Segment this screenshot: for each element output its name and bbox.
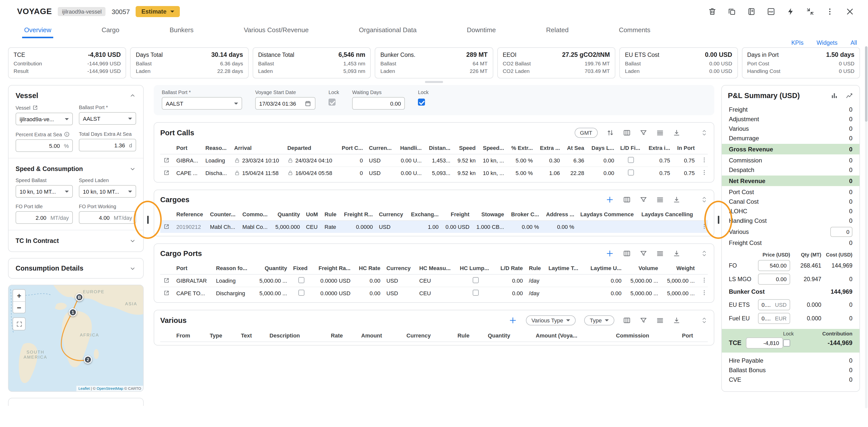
column-header[interactable]: Text xyxy=(238,330,267,342)
fuel-eu-price-input[interactable]: 0....EUR xyxy=(758,313,790,324)
filter-icon[interactable] xyxy=(640,129,648,137)
tce-input[interactable]: -4,810 xyxy=(746,338,783,348)
filter-icon[interactable] xyxy=(640,316,648,324)
column-header[interactable]: Rule xyxy=(321,208,340,221)
column-header[interactable]: Commission xyxy=(613,330,679,342)
column-header[interactable]: L/D Rate xyxy=(495,262,526,274)
filter-icon[interactable] xyxy=(640,250,648,257)
column-header[interactable]: Extra i... xyxy=(645,142,673,154)
tab-related[interactable]: Related xyxy=(544,23,570,38)
column-header[interactable]: Departed xyxy=(284,142,338,154)
percent-extra-input[interactable]: 5.00% xyxy=(16,139,73,152)
map-marker-ballast[interactable]: B xyxy=(75,293,83,301)
open-row-icon[interactable] xyxy=(163,223,170,230)
column-header[interactable]: Curren... xyxy=(366,142,396,154)
kpi-resize-handle[interactable] xyxy=(425,81,443,83)
column-header[interactable]: Amount (Voya... xyxy=(533,330,613,342)
download-icon[interactable] xyxy=(673,196,681,204)
total-days-extra-input[interactable]: 1.36d xyxy=(79,139,136,151)
tab-comments[interactable]: Comments xyxy=(617,23,652,38)
openstreetmap-link[interactable]: OpenStreetMap xyxy=(97,386,123,391)
copy-icon[interactable] xyxy=(727,7,736,16)
lsmgo-price-input[interactable]: 0.00 xyxy=(758,273,790,284)
column-header[interactable]: Weight xyxy=(661,262,698,274)
external-link-icon[interactable] xyxy=(32,105,38,111)
tce-lock-checkbox[interactable] xyxy=(783,340,790,346)
column-header[interactable]: UoM xyxy=(303,208,321,221)
column-header[interactable]: In Port xyxy=(673,142,698,154)
delete-icon[interactable] xyxy=(708,7,717,16)
map-marker-2[interactable]: 2 xyxy=(84,355,92,364)
cell-checkbox[interactable] xyxy=(628,157,634,163)
leaflet-link[interactable]: Leaflet xyxy=(79,386,90,391)
estimate-dropdown-button[interactable]: Estimate xyxy=(136,6,180,17)
column-header[interactable]: Stowage xyxy=(472,208,507,221)
column-header[interactable]: Laydays Commence xyxy=(577,208,638,221)
column-header[interactable]: Freight R... xyxy=(340,208,376,221)
zoom-in-button[interactable]: + xyxy=(13,290,25,301)
fo-port-working-input[interactable]: 4.00MT/day xyxy=(79,211,136,224)
zoom-out-button[interactable]: − xyxy=(13,301,25,313)
pnl-various-input[interactable]: 0 xyxy=(830,227,852,237)
column-header[interactable]: L/D Fi... xyxy=(617,142,645,154)
timezone-toggle[interactable]: GMT xyxy=(575,128,598,138)
tab-cargo[interactable]: Cargo xyxy=(99,23,121,38)
more-options-icon[interactable] xyxy=(825,7,834,16)
view-link-kpis[interactable]: KPIs xyxy=(792,40,804,46)
column-header[interactable]: Description xyxy=(267,330,328,342)
column-header[interactable]: Speed... xyxy=(479,142,507,154)
line-chart-icon[interactable] xyxy=(845,91,854,99)
start-date-lock-checkbox[interactable] xyxy=(329,98,336,106)
pdf-export-icon[interactable]: PDF xyxy=(767,7,776,16)
type-filter[interactable]: Type xyxy=(584,315,614,325)
fo-port-idle-input[interactable]: 2.00MT/day xyxy=(16,211,73,224)
journal-icon[interactable] xyxy=(747,7,756,16)
bar-chart-icon[interactable] xyxy=(830,91,838,99)
cell-checkbox[interactable] xyxy=(473,277,479,283)
info-icon[interactable] xyxy=(64,131,70,137)
column-header[interactable]: Days L... xyxy=(587,142,617,154)
column-header[interactable]: Port xyxy=(679,330,708,342)
row-menu-icon[interactable] xyxy=(701,289,708,296)
column-header[interactable]: Rate xyxy=(328,330,358,342)
column-header[interactable]: Currency xyxy=(403,330,454,342)
column-header[interactable]: Reaso... xyxy=(203,142,231,154)
columns-icon[interactable] xyxy=(623,129,631,137)
row-density-icon[interactable] xyxy=(656,316,664,324)
add-various-icon[interactable] xyxy=(508,316,517,325)
tab-organisational-data[interactable]: Organisational Data xyxy=(357,23,419,38)
section-resize-icon[interactable] xyxy=(701,317,708,324)
column-header[interactable]: Extra ... xyxy=(536,142,563,154)
open-row-icon[interactable] xyxy=(163,156,170,163)
column-header[interactable]: Commo... xyxy=(239,208,272,221)
column-header[interactable]: Handli... xyxy=(396,142,425,154)
column-header[interactable]: Fixed xyxy=(290,262,312,274)
column-header[interactable]: Broker C... xyxy=(507,208,542,221)
filter-icon[interactable] xyxy=(640,196,648,204)
various-type-filter[interactable]: Various Type xyxy=(526,315,576,325)
download-icon[interactable] xyxy=(673,250,681,257)
sort-icon[interactable] xyxy=(606,129,614,137)
form-ballast-port-select[interactable]: AALST xyxy=(162,97,242,110)
row-density-icon[interactable] xyxy=(656,129,664,137)
map-fullscreen-button[interactable] xyxy=(12,317,26,331)
column-header[interactable]: Laytime U... xyxy=(584,262,624,274)
cell-checkbox[interactable] xyxy=(473,290,479,296)
column-header[interactable]: Port C... xyxy=(338,142,366,154)
fo-price-input[interactable]: 540.00 xyxy=(758,260,790,271)
chevron-down-icon[interactable] xyxy=(129,166,136,172)
vessel-select[interactable]: ijilraod9a-ve... xyxy=(16,113,73,125)
open-row-icon[interactable] xyxy=(163,277,170,283)
column-header[interactable]: Currency xyxy=(376,208,407,221)
speed-laden-select[interactable]: 10 kn, 10 MT... xyxy=(79,185,136,198)
row-menu-icon[interactable] xyxy=(701,156,708,164)
tab-downtime[interactable]: Downtime xyxy=(465,23,498,38)
column-header[interactable]: Currency xyxy=(383,262,416,274)
column-header[interactable]: Freight Ra... xyxy=(312,262,353,274)
column-header[interactable]: Freight xyxy=(441,208,472,221)
view-link-all[interactable]: All xyxy=(850,40,857,46)
voyage-start-date-input[interactable]: 17/03/24 01:36 xyxy=(255,97,315,110)
tab-various-cost-revenue[interactable]: Various Cost/Revenue xyxy=(242,23,311,38)
right-panel-resize-handle[interactable] xyxy=(718,216,719,224)
chevron-down-icon[interactable] xyxy=(129,237,136,245)
